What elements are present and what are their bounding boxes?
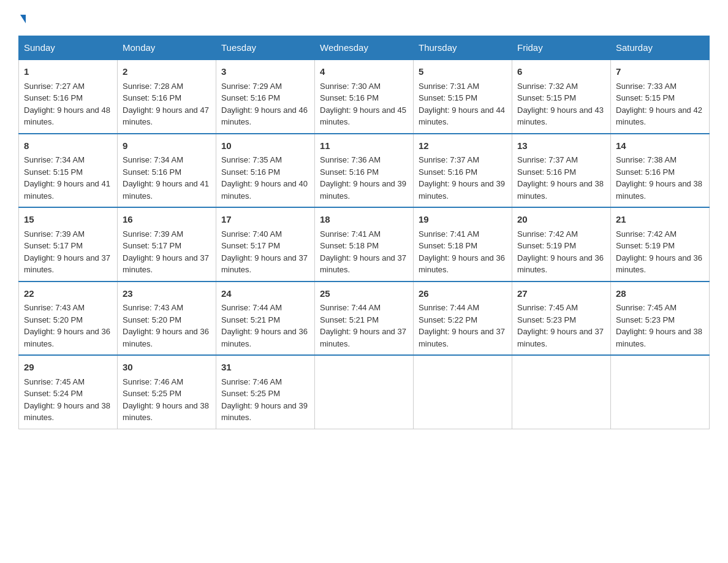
day-number: 6	[517, 65, 605, 79]
week-row-1: 1Sunrise: 7:27 AMSunset: 5:16 PMDaylight…	[19, 59, 710, 134]
day-sunset: Sunset: 5:25 PM	[221, 389, 280, 398]
day-number: 12	[419, 139, 507, 153]
day-number: 28	[616, 287, 704, 301]
day-sunrise: Sunrise: 7:31 AM	[419, 82, 479, 91]
day-sunset: Sunset: 5:16 PM	[320, 93, 379, 102]
calendar-cell: 20Sunrise: 7:42 AMSunset: 5:19 PMDayligh…	[512, 207, 611, 282]
day-daylight: Daylight: 9 hours and 36 minutes.	[221, 327, 308, 348]
day-sunrise: Sunrise: 7:45 AM	[616, 303, 677, 312]
calendar-cell	[512, 355, 611, 429]
day-daylight: Daylight: 9 hours and 39 minutes.	[419, 179, 505, 201]
week-row-3: 15Sunrise: 7:39 AMSunset: 5:17 PMDayligh…	[19, 207, 710, 282]
day-daylight: Daylight: 9 hours and 36 minutes.	[24, 327, 110, 348]
day-sunrise: Sunrise: 7:37 AM	[517, 155, 578, 164]
week-row-4: 22Sunrise: 7:43 AMSunset: 5:20 PMDayligh…	[19, 282, 710, 356]
calendar-cell: 19Sunrise: 7:41 AMSunset: 5:18 PMDayligh…	[414, 207, 512, 282]
day-number: 2	[123, 65, 211, 79]
day-number: 19	[419, 213, 507, 227]
day-sunrise: Sunrise: 7:39 AM	[123, 229, 183, 239]
day-header-friday: Friday	[512, 36, 611, 60]
calendar-cell: 12Sunrise: 7:37 AMSunset: 5:16 PMDayligh…	[414, 134, 512, 208]
day-sunset: Sunset: 5:16 PM	[24, 93, 83, 102]
day-daylight: Daylight: 9 hours and 38 minutes.	[517, 179, 604, 201]
day-sunset: Sunset: 5:16 PM	[123, 93, 181, 102]
day-daylight: Daylight: 9 hours and 41 minutes.	[123, 179, 209, 201]
day-sunset: Sunset: 5:21 PM	[320, 315, 379, 324]
day-daylight: Daylight: 9 hours and 38 minutes.	[616, 327, 702, 348]
calendar-cell: 1Sunrise: 7:27 AMSunset: 5:16 PMDaylight…	[19, 59, 118, 134]
calendar-cell: 7Sunrise: 7:33 AMSunset: 5:15 PMDaylight…	[611, 59, 710, 134]
day-sunset: Sunset: 5:18 PM	[320, 241, 379, 250]
calendar-cell: 23Sunrise: 7:43 AMSunset: 5:20 PMDayligh…	[118, 282, 216, 356]
day-sunset: Sunset: 5:23 PM	[616, 315, 675, 324]
day-daylight: Daylight: 9 hours and 37 minutes.	[24, 253, 110, 275]
day-sunset: Sunset: 5:22 PM	[419, 315, 477, 324]
day-daylight: Daylight: 9 hours and 37 minutes.	[517, 327, 604, 348]
day-daylight: Daylight: 9 hours and 37 minutes.	[320, 253, 406, 275]
calendar-cell: 25Sunrise: 7:44 AMSunset: 5:21 PMDayligh…	[315, 282, 414, 356]
calendar-cell: 26Sunrise: 7:44 AMSunset: 5:22 PMDayligh…	[414, 282, 512, 356]
calendar-cell: 17Sunrise: 7:40 AMSunset: 5:17 PMDayligh…	[216, 207, 315, 282]
calendar-cell: 8Sunrise: 7:34 AMSunset: 5:15 PMDaylight…	[19, 134, 118, 208]
day-sunset: Sunset: 5:21 PM	[221, 315, 280, 324]
day-daylight: Daylight: 9 hours and 39 minutes.	[320, 179, 406, 201]
day-number: 27	[517, 287, 605, 301]
calendar-cell	[611, 355, 710, 429]
day-sunrise: Sunrise: 7:45 AM	[517, 303, 578, 312]
calendar-cell: 16Sunrise: 7:39 AMSunset: 5:17 PMDayligh…	[118, 207, 216, 282]
day-sunset: Sunset: 5:17 PM	[123, 241, 181, 250]
day-sunset: Sunset: 5:20 PM	[24, 315, 83, 324]
day-number: 15	[24, 213, 112, 227]
day-sunset: Sunset: 5:19 PM	[616, 241, 675, 250]
calendar-cell: 5Sunrise: 7:31 AMSunset: 5:15 PMDaylight…	[414, 59, 512, 134]
day-sunrise: Sunrise: 7:42 AM	[517, 229, 578, 239]
day-daylight: Daylight: 9 hours and 40 minutes.	[221, 179, 308, 201]
calendar-table: SundayMondayTuesdayWednesdayThursdayFrid…	[18, 36, 710, 429]
day-number: 4	[320, 65, 408, 79]
calendar-cell: 11Sunrise: 7:36 AMSunset: 5:16 PMDayligh…	[315, 134, 414, 208]
day-daylight: Daylight: 9 hours and 37 minutes.	[320, 327, 406, 348]
day-sunset: Sunset: 5:15 PM	[419, 93, 477, 102]
day-daylight: Daylight: 9 hours and 42 minutes.	[616, 105, 702, 127]
week-row-5: 29Sunrise: 7:45 AMSunset: 5:24 PMDayligh…	[19, 355, 710, 429]
day-sunrise: Sunrise: 7:44 AM	[419, 303, 479, 312]
calendar-cell: 10Sunrise: 7:35 AMSunset: 5:16 PMDayligh…	[216, 134, 315, 208]
calendar-cell: 28Sunrise: 7:45 AMSunset: 5:23 PMDayligh…	[611, 282, 710, 356]
calendar-cell: 6Sunrise: 7:32 AMSunset: 5:15 PMDaylight…	[512, 59, 611, 134]
day-sunset: Sunset: 5:23 PM	[517, 315, 576, 324]
day-daylight: Daylight: 9 hours and 36 minutes.	[123, 327, 209, 348]
day-daylight: Daylight: 9 hours and 36 minutes.	[517, 253, 604, 275]
logo	[18, 12, 26, 23]
day-sunrise: Sunrise: 7:33 AM	[616, 82, 677, 91]
calendar-cell: 18Sunrise: 7:41 AMSunset: 5:18 PMDayligh…	[315, 207, 414, 282]
day-sunset: Sunset: 5:16 PM	[123, 167, 181, 177]
day-sunset: Sunset: 5:17 PM	[221, 241, 280, 250]
calendar-cell: 2Sunrise: 7:28 AMSunset: 5:16 PMDaylight…	[118, 59, 216, 134]
day-sunrise: Sunrise: 7:36 AM	[320, 155, 381, 164]
day-sunrise: Sunrise: 7:28 AM	[123, 82, 183, 91]
day-number: 13	[517, 139, 605, 153]
day-sunset: Sunset: 5:16 PM	[221, 93, 280, 102]
day-number: 23	[123, 287, 211, 301]
logo-arrow-icon	[20, 15, 26, 23]
day-number: 31	[221, 361, 309, 375]
day-daylight: Daylight: 9 hours and 39 minutes.	[221, 401, 308, 423]
day-sunrise: Sunrise: 7:41 AM	[320, 229, 381, 239]
day-number: 20	[517, 213, 605, 227]
day-daylight: Daylight: 9 hours and 38 minutes.	[616, 179, 702, 201]
day-header-thursday: Thursday	[414, 36, 512, 60]
day-daylight: Daylight: 9 hours and 38 minutes.	[123, 401, 209, 423]
calendar-cell: 22Sunrise: 7:43 AMSunset: 5:20 PMDayligh…	[19, 282, 118, 356]
calendar-cell: 24Sunrise: 7:44 AMSunset: 5:21 PMDayligh…	[216, 282, 315, 356]
day-sunrise: Sunrise: 7:43 AM	[24, 303, 85, 312]
calendar-cell: 30Sunrise: 7:46 AMSunset: 5:25 PMDayligh…	[118, 355, 216, 429]
day-sunrise: Sunrise: 7:44 AM	[221, 303, 282, 312]
day-number: 16	[123, 213, 211, 227]
day-sunset: Sunset: 5:15 PM	[24, 167, 83, 177]
day-header-row: SundayMondayTuesdayWednesdayThursdayFrid…	[19, 36, 710, 60]
calendar-cell: 13Sunrise: 7:37 AMSunset: 5:16 PMDayligh…	[512, 134, 611, 208]
day-daylight: Daylight: 9 hours and 45 minutes.	[320, 105, 406, 127]
calendar-cell: 14Sunrise: 7:38 AMSunset: 5:16 PMDayligh…	[611, 134, 710, 208]
day-sunset: Sunset: 5:16 PM	[221, 167, 280, 177]
page-header	[18, 12, 710, 23]
